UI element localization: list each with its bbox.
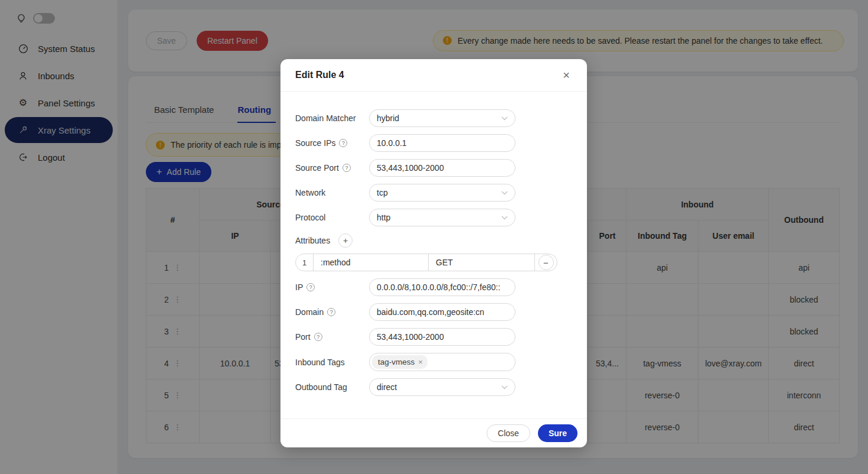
port-input[interactable]	[369, 328, 515, 346]
help-icon[interactable]: ?	[306, 283, 315, 291]
close-icon[interactable]: ×	[560, 68, 572, 82]
field-domain: Domain?	[295, 303, 572, 321]
field-label: Domain Matcher	[295, 113, 369, 123]
select-value: http	[377, 213, 390, 222]
modal-title: Edit Rule 4	[295, 70, 344, 80]
tag-chip: tag-vmess ×	[372, 355, 428, 369]
source-ips-input[interactable]	[369, 134, 515, 152]
domain-matcher-select[interactable]: hybrid	[369, 109, 515, 127]
field-ip: IP?	[295, 278, 572, 296]
field-protocol: Protocol http	[295, 209, 572, 226]
field-label: Port	[295, 332, 311, 342]
close-button[interactable]: Close	[487, 424, 530, 442]
sure-button[interactable]: Sure	[538, 424, 577, 442]
inbound-tags-select[interactable]: tag-vmess ×	[369, 353, 515, 371]
ip-input[interactable]	[369, 278, 515, 296]
attribute-row: 1 −	[295, 254, 557, 271]
field-label: Protocol	[295, 213, 369, 222]
tag-remove-icon[interactable]: ×	[418, 358, 423, 366]
field-label: Outbound Tag	[295, 382, 369, 392]
edit-rule-modal: Edit Rule 4 × Domain Matcher hybrid Sour…	[280, 59, 587, 447]
source-port-input[interactable]	[369, 159, 515, 177]
app-screen: System Status Inbounds ⚙ Panel Settings	[0, 0, 868, 474]
help-icon[interactable]: ?	[342, 164, 351, 172]
field-label: Domain	[295, 307, 324, 317]
select-value: hybrid	[377, 113, 399, 123]
field-label: IP	[295, 283, 303, 292]
network-select[interactable]: tcp	[369, 184, 515, 202]
outbound-tag-select[interactable]: direct	[369, 378, 515, 396]
help-icon[interactable]: ?	[314, 333, 322, 341]
chevron-down-icon	[501, 216, 508, 220]
field-port: Port?	[295, 328, 572, 346]
attribute-key-input[interactable]	[314, 254, 429, 271]
add-attribute-button[interactable]: +	[338, 233, 353, 248]
domain-input[interactable]	[369, 303, 515, 321]
field-inbound-tags: Inbound Tags tag-vmess ×	[295, 353, 572, 371]
field-label: Network	[295, 188, 369, 197]
field-source-port: Source Port?	[295, 159, 572, 177]
remove-attribute-button[interactable]: −	[539, 255, 554, 270]
field-label: Source IPs	[295, 138, 335, 148]
select-value: direct	[377, 382, 397, 392]
field-source-ips: Source IPs?	[295, 134, 572, 152]
attribute-index: 1	[296, 254, 314, 271]
field-label: Attributes	[295, 236, 330, 245]
help-icon[interactable]: ?	[339, 139, 347, 147]
chevron-down-icon	[501, 191, 508, 195]
field-label: Inbound Tags	[295, 358, 369, 367]
help-icon[interactable]: ?	[327, 308, 335, 316]
protocol-select[interactable]: http	[369, 209, 515, 226]
field-network: Network tcp	[295, 184, 572, 202]
field-label: Source Port	[295, 163, 339, 173]
attribute-value-input[interactable]	[429, 254, 535, 271]
chevron-down-icon	[501, 385, 508, 389]
field-outbound-tag: Outbound Tag direct	[295, 378, 572, 396]
modal-body: Domain Matcher hybrid Source IPs? Source…	[280, 92, 587, 396]
modal-header: Edit Rule 4 ×	[280, 59, 587, 92]
field-domain-matcher: Domain Matcher hybrid	[295, 109, 572, 127]
field-attributes: Attributes +	[295, 233, 572, 248]
tag-label: tag-vmess	[378, 358, 415, 366]
select-value: tcp	[377, 188, 388, 197]
chevron-down-icon	[501, 116, 508, 121]
modal-footer: Close Sure	[280, 418, 587, 447]
